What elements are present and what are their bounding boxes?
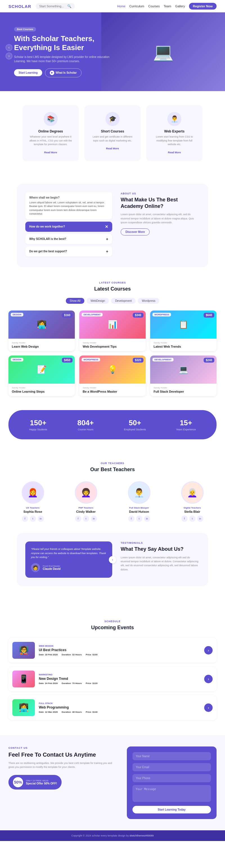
filter-show-all[interactable]: Show All [66, 298, 84, 304]
testimonial-wrapper: "Please tell your friends or colleagues … [0, 533, 225, 609]
what-is-scholar-button[interactable]: ▶ What Is Scholar [45, 68, 82, 78]
form-name-input[interactable] [132, 752, 211, 760]
teacher-card-3: 👩‍🦳 Digital Teachers Stella Blair f t in [168, 481, 217, 522]
teacher-facebook-0[interactable]: f [22, 516, 28, 522]
feature-card-1: 🎓 Short Courses Learn and get certificat… [84, 105, 141, 161]
teacher-role-1: PHP Teachers [62, 506, 110, 509]
nav-curriculum[interactable]: Curriculum [129, 4, 144, 8]
contact-badge: CONTACT US [8, 746, 119, 749]
course-card-0[interactable]: 👩‍💻 DESIGN $160 Sandy Holder Learn Web D… [8, 311, 75, 351]
testimonial-badge: TESTIMONIALS [121, 541, 200, 544]
feature-title-2: Web Experts [152, 129, 197, 133]
faq-item-1[interactable]: Why SCHOLAR is the best? + [25, 234, 112, 244]
course-card-5[interactable]: 💻 DEVELOPMENT $240 Sandy Holder Full Sta… [150, 355, 217, 396]
teacher-twitter-1[interactable]: t [83, 516, 89, 522]
event-price-1: Price: $120 [86, 682, 98, 685]
nav-team[interactable]: Team [164, 4, 171, 8]
teacher-role-3: Digital Teachers [168, 506, 217, 509]
event-cat-2: FULL STACK [39, 702, 98, 705]
event-duration-0: Duration: 32 Hours [62, 653, 82, 656]
teacher-avatar-1: 👩‍🦱 [75, 481, 97, 504]
filter-wordpress[interactable]: Wordpress [138, 298, 159, 304]
testimonial-author: 🧑 Front End Master Claude David [31, 563, 106, 572]
footer-author-link[interactable]: sketchthemes#89089 [130, 834, 154, 837]
event-duration-2: Duration: 48 Hours [62, 711, 82, 713]
hero-image: 💻 [101, 12, 225, 91]
teacher-twitter-2[interactable]: t [136, 516, 142, 522]
hero-desk-illustration: 💻 [101, 12, 225, 91]
event-item-1: 📱 MARKETING New Design Trend Date: 24 Fe… [8, 666, 217, 691]
feature-title-0: Online Degrees [28, 129, 73, 133]
event-arrow-1[interactable]: › [204, 675, 213, 683]
faq-item-2[interactable]: Do we get the best support? + [25, 246, 112, 256]
teacher-twitter-0[interactable]: t [30, 516, 36, 522]
about-badge: ABOUT US [121, 192, 200, 195]
teacher-twitter-3[interactable]: t [189, 516, 195, 522]
events-header: SCHEDULE Upcoming Events [8, 620, 217, 631]
hero-prev-button[interactable]: ‹ [6, 44, 12, 51]
filter-development[interactable]: Development [111, 298, 135, 304]
event-price-0: Price: $100 [86, 653, 98, 656]
event-arrow-2[interactable]: › [204, 704, 213, 712]
teacher-card-2: 👨‍💼 Full Stack Blooper David Hutson f t … [115, 481, 163, 522]
teacher-linkedin-2[interactable]: in [144, 516, 150, 522]
testimonial-about-title: What They Say About Us? [121, 546, 200, 552]
course-card-1[interactable]: 📊 DEVELOPMENT $340 Sandy Holder Web Deve… [79, 311, 146, 351]
event-img-2: 👩‍💻 [12, 699, 35, 716]
event-meta-1: Date: 24 Feb 2020 Duration: 70 Hours Pri… [39, 682, 98, 685]
teachers-badge: OUR TEACHERS [8, 462, 217, 465]
search-bar[interactable]: 🔍 [36, 3, 75, 9]
hero-next-button[interactable]: › [6, 53, 12, 59]
course-card-3[interactable]: 📝 DESIGN $450 Sandy Holder Online Learni… [8, 355, 75, 396]
faq-item-0[interactable]: How do we work together? ✕ [25, 222, 112, 232]
stat-number-2: 50+ [124, 418, 146, 427]
teacher-linkedin-1[interactable]: in [91, 516, 97, 522]
hero-section: ‹ › Best Courses With Scholar Teachers, … [0, 12, 225, 91]
course-card-4[interactable]: 💡 WORDPRESS $320 Sandy Holder Be a WordP… [79, 355, 146, 396]
stat-0: 150+ Happy Students [29, 418, 47, 431]
teacher-linkedin-0[interactable]: in [38, 516, 44, 522]
testimonial-role: Front End Master [43, 565, 61, 567]
start-learning-button[interactable]: Start Learning [14, 69, 42, 76]
course-card-2[interactable]: 📋 WORDPRESS $640 Sandy Holder Latest Web… [150, 311, 217, 351]
teacher-card-1: 👩‍🦱 PHP Teachers Cindy Walker f t in [62, 481, 110, 522]
feature-link-0[interactable]: Read More [44, 151, 57, 154]
course-teacher-5: Sandy Holder [154, 386, 213, 389]
feature-link-1[interactable]: Read More [106, 147, 119, 150]
feature-link-2[interactable]: Read More [168, 151, 181, 154]
event-info-1: MARKETING New Design Trend Date: 24 Feb … [39, 673, 98, 685]
offer-percent: 50% [13, 777, 23, 787]
courses-section: LATEST COURSES Latest Courses Show All W… [0, 270, 225, 407]
event-item-0: 🧑‍🏫 WEB DESIGN UI Best Practices Date: 1… [8, 638, 217, 663]
course-img-3: 📝 DESIGN $450 [8, 355, 75, 384]
nav-gallery[interactable]: Gallery [175, 4, 185, 8]
feature-card-0: 📚 Online Degrees Whatever your next leve… [23, 105, 79, 161]
course-price-3: $450 [62, 358, 72, 363]
filter-webdesign[interactable]: WebDesign [87, 298, 109, 304]
form-message-input[interactable] [132, 785, 211, 802]
course-name-5: Full Stack Developer [154, 390, 213, 393]
event-arrow-0[interactable]: › [204, 646, 213, 654]
event-info-0: WEB DESIGN UI Best Practices Date: 18 Fe… [39, 645, 98, 656]
contact-title: Feel Free To Contact Us Anytime [8, 751, 119, 758]
testimonial-next-button[interactable]: › [109, 556, 116, 563]
course-cat-4: WORDPRESS [82, 358, 100, 362]
event-cat-0: WEB DESIGN [39, 645, 98, 647]
nav-courses[interactable]: Courses [148, 4, 160, 8]
nav-home[interactable]: Home [117, 4, 125, 8]
course-cat-0: DESIGN [11, 313, 23, 316]
teacher-facebook-3[interactable]: f [182, 516, 188, 522]
form-submit-button[interactable]: Start Learning Today [132, 806, 211, 813]
teacher-facebook-1[interactable]: f [75, 516, 81, 522]
register-button[interactable]: Register Now [189, 3, 217, 9]
offer-label: ONLY 10 FREE SEOS [26, 779, 57, 782]
teacher-linkedin-3[interactable]: in [197, 516, 203, 522]
faq-toggle-icon-0: ✕ [105, 224, 108, 229]
teacher-facebook-2[interactable]: f [128, 516, 134, 522]
feature-icon-1: 🎓 [105, 112, 120, 126]
form-email-input[interactable] [132, 763, 211, 771]
search-input[interactable] [39, 4, 67, 8]
stat-label-2: Employed Students [124, 428, 146, 431]
discover-more-button[interactable]: Discover More [121, 228, 150, 236]
form-phone-input[interactable] [132, 774, 211, 782]
